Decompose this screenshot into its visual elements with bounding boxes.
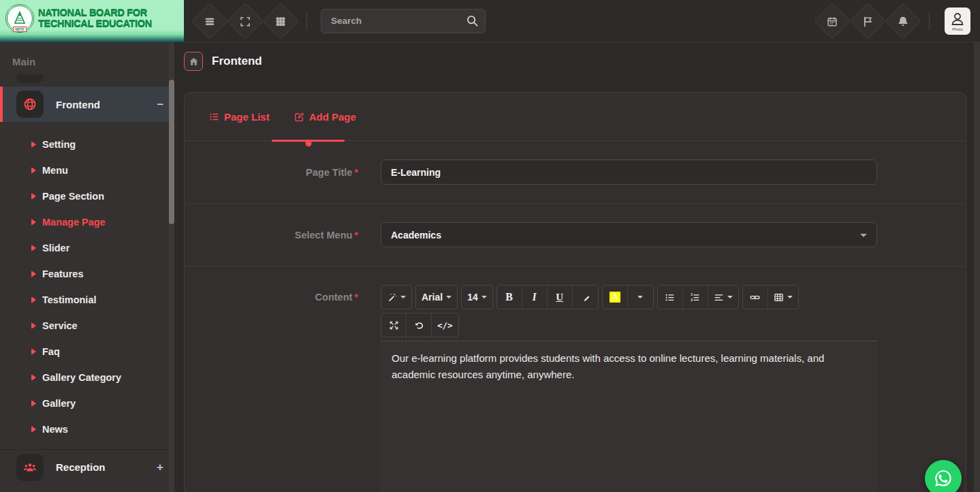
sidebar-toggle-button[interactable] xyxy=(191,3,228,40)
codeview-button[interactable]: </> xyxy=(432,313,458,337)
unordered-list-button[interactable] xyxy=(658,286,683,309)
triangle-icon xyxy=(31,219,36,226)
editor-fullscreen-button[interactable] xyxy=(381,313,407,337)
edit-icon xyxy=(294,112,304,122)
apps-grid-button[interactable] xyxy=(262,3,299,40)
required-asterisk: * xyxy=(354,292,358,303)
required-asterisk: * xyxy=(354,167,358,178)
richtext-editor: Arial 14 B I U xyxy=(381,285,877,492)
sidebar-group-reception[interactable]: Reception + xyxy=(0,449,174,485)
paragraph-align-button[interactable] xyxy=(708,286,738,309)
chevron-down-icon xyxy=(446,296,452,298)
sidebar: Main Frontend – Setting Menu Page Sectio… xyxy=(0,42,174,492)
font-size-select[interactable]: 14 xyxy=(462,286,492,309)
triangle-icon xyxy=(31,322,36,329)
font-family-select[interactable]: Arial xyxy=(416,286,457,309)
sidebar-item-gallery-category[interactable]: Gallery Category xyxy=(0,365,174,390)
sidebar-item-slider[interactable]: Slider xyxy=(0,235,174,261)
expand-toggle[interactable]: + xyxy=(157,461,163,474)
search-input[interactable] xyxy=(321,9,486,33)
editor-content-area[interactable]: Our e-learning platform provides student… xyxy=(381,341,877,492)
sidebar-item-page-section[interactable]: Page Section xyxy=(0,183,174,209)
sidebar-item-manage-page[interactable]: Manage Page xyxy=(0,209,174,235)
select-menu-field[interactable]: Academics xyxy=(381,222,877,247)
notifications-button[interactable] xyxy=(885,3,921,40)
italic-button[interactable]: I xyxy=(522,286,548,309)
ordered-list-button[interactable]: 12 xyxy=(683,286,708,309)
editor-toolbar-row-2: </> xyxy=(381,313,877,337)
main-content: Frontend Page List Add Page Page Title* xyxy=(174,0,980,492)
topbar-divider xyxy=(929,12,930,30)
fullscreen-icon xyxy=(240,15,251,27)
tab-page-list[interactable]: Page List xyxy=(209,111,270,123)
chevron-down-icon xyxy=(400,296,406,298)
page-title-row: Page Title* xyxy=(185,141,966,203)
select-menu-row: Select Menu* Academics xyxy=(185,204,966,266)
collapse-toggle[interactable]: – xyxy=(157,97,163,111)
tab-add-page[interactable]: Add Page xyxy=(294,111,356,123)
avatar-caption: Photo xyxy=(952,27,963,31)
sidebar-item-setting[interactable]: Setting xyxy=(0,132,174,157)
scrolled-item-partial-icon xyxy=(16,74,44,83)
triangle-icon xyxy=(31,141,36,148)
active-tab-indicator xyxy=(272,140,345,142)
font-color-caret-button[interactable] xyxy=(628,286,653,309)
page-title-input[interactable] xyxy=(381,159,877,185)
sidebar-item-faq[interactable]: Faq xyxy=(0,339,174,365)
svg-text:1: 1 xyxy=(691,292,693,296)
nbte-emblem-icon: NBTE xyxy=(5,4,34,33)
sidebar-group-label: Reception xyxy=(56,461,106,473)
sidebar-item-service[interactable]: Service xyxy=(0,313,174,339)
home-icon xyxy=(189,57,199,67)
link-icon xyxy=(750,292,760,303)
page-title: Frontend xyxy=(212,55,262,68)
user-avatar[interactable]: Photo xyxy=(945,7,970,35)
whatsapp-icon xyxy=(932,467,955,490)
sidebar-scrollbar-thumb[interactable] xyxy=(169,80,174,224)
search-icon[interactable] xyxy=(466,14,479,30)
topbar: NBTE NATIONAL BOARD FOR TECHNICAL EDUCAT… xyxy=(0,0,980,42)
calendar-icon xyxy=(827,15,838,27)
numbered-list-icon: 12 xyxy=(690,292,700,303)
tabs: Page List Add Page xyxy=(185,93,966,141)
triangle-icon xyxy=(31,400,36,407)
content-text: Our e-learning platform provides student… xyxy=(392,352,824,380)
sidebar-item-menu[interactable]: Menu xyxy=(0,157,174,183)
insert-table-button[interactable] xyxy=(768,286,798,309)
sidebar-item-features[interactable]: Features xyxy=(0,261,174,287)
whatsapp-button[interactable] xyxy=(925,460,962,492)
globe-icon xyxy=(16,91,44,118)
insert-link-button[interactable] xyxy=(743,286,768,309)
bold-button[interactable]: B xyxy=(497,286,522,309)
topbar-divider xyxy=(306,12,307,30)
calendar-button[interactable] xyxy=(814,3,851,40)
list-icon xyxy=(209,112,219,122)
sidebar-group-frontend[interactable]: Frontend – xyxy=(0,87,174,122)
fullscreen-button[interactable] xyxy=(227,3,264,40)
sidebar-scrollbar[interactable] xyxy=(169,42,174,492)
triangle-icon xyxy=(31,193,36,200)
home-button[interactable] xyxy=(184,52,203,71)
triangle-icon xyxy=(31,167,36,174)
sidebar-item-testimonial[interactable]: Testimonial xyxy=(0,287,174,313)
font-color-button[interactable]: A xyxy=(603,286,628,309)
underline-button[interactable]: U xyxy=(548,286,573,309)
arrows-expand-icon xyxy=(389,320,399,330)
content-card: Page List Add Page Page Title* Select Me… xyxy=(184,92,966,492)
page-scrollbar[interactable] xyxy=(974,42,980,492)
undo-button[interactable] xyxy=(407,313,432,337)
sidebar-item-gallery[interactable]: Gallery xyxy=(0,390,174,416)
magic-wand-icon xyxy=(387,292,397,303)
style-magic-button[interactable] xyxy=(381,286,411,309)
clear-format-button[interactable] xyxy=(573,286,598,309)
messages-button[interactable] xyxy=(849,3,886,40)
sidebar-item-news[interactable]: News xyxy=(0,416,174,442)
app-logo[interactable]: NBTE NATIONAL BOARD FOR TECHNICAL EDUCAT… xyxy=(0,0,184,42)
editor-toolbar-row-1: Arial 14 B I U xyxy=(381,285,877,309)
triangle-icon xyxy=(31,296,36,303)
eraser-icon xyxy=(580,292,590,303)
grid-icon xyxy=(275,15,287,27)
flag-icon xyxy=(862,15,874,27)
svg-text:2: 2 xyxy=(691,297,693,301)
chevron-down-icon xyxy=(787,296,793,298)
